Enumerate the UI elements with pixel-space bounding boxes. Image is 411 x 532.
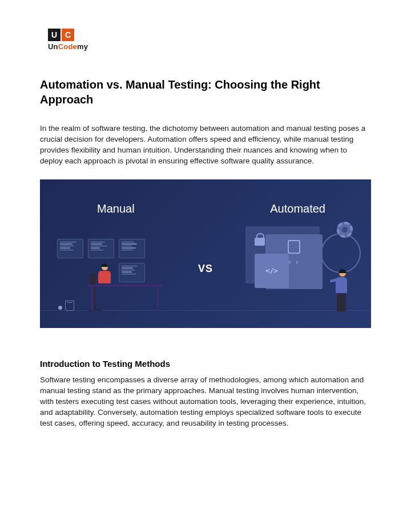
hero-label-automated: Automated (270, 202, 325, 215)
intro-paragraph: In the realm of software testing, the di… (40, 123, 371, 167)
hero-illustration: Manual Automated VS (40, 179, 371, 328)
automated-scene (234, 215, 354, 312)
logo-part-code: Code (58, 42, 77, 51)
logo-tile-u: U (48, 29, 61, 41)
code-screen-icon (119, 263, 145, 282)
logo-wordmark: UnCodemy (48, 42, 371, 51)
desk-icon (88, 285, 162, 311)
logo-tile-c: C (62, 29, 74, 41)
person-seated-icon (97, 264, 112, 287)
logo-tiles: U C (48, 29, 74, 41)
gear-icon (337, 222, 353, 238)
hero-label-manual: Manual (97, 202, 135, 215)
page-title: Automation vs. Manual Testing: Choosing … (40, 77, 371, 107)
hero-vs-label: VS (198, 262, 213, 274)
section-heading-introduction: Introduction to Testing Methods (40, 359, 371, 369)
trash-bin-icon (65, 301, 74, 311)
lock-icon (255, 238, 265, 246)
code-screen-icon (119, 239, 145, 258)
logo-part-my: my (77, 42, 88, 51)
code-screen-icon (88, 239, 114, 258)
logo-part-un: Un (48, 42, 58, 51)
paper-ball-icon (58, 306, 62, 310)
code-panel-icon (255, 254, 289, 288)
section-body-introduction: Software testing encompasses a diverse a… (40, 374, 371, 429)
brand-logo: U C UnCodemy (48, 29, 371, 51)
ring-icon (321, 233, 361, 273)
code-screen-icon (57, 239, 83, 258)
person-standing-icon (336, 270, 352, 312)
